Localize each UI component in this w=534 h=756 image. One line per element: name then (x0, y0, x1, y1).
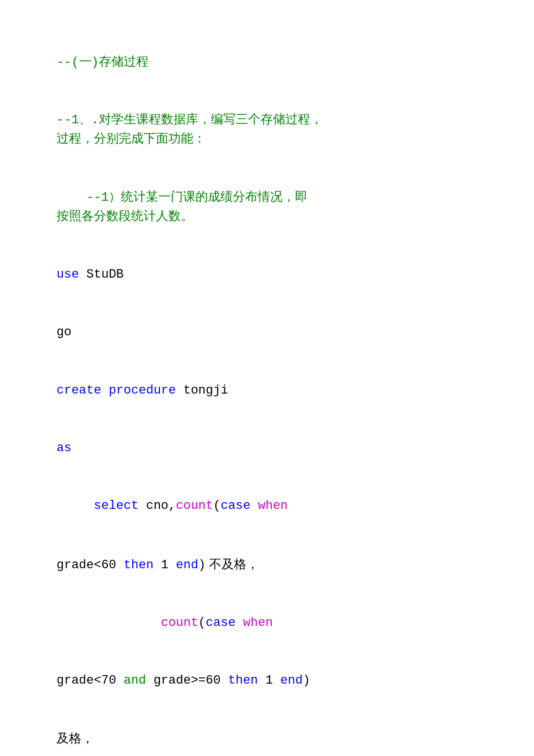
keyword-count1: count (176, 499, 213, 513)
text-grade70-cond2: grade>=60 (146, 673, 228, 688)
text-grade70-cond: grade<70 (57, 673, 124, 688)
keyword-end1: end (176, 558, 198, 572)
text-tongji: tongji (176, 383, 228, 398)
label-bujige: 不及格， (206, 557, 259, 571)
keyword-count2: count (161, 616, 198, 630)
keyword-select: select (94, 499, 138, 513)
label-jige: 及格， (57, 731, 94, 745)
text-indent1 (57, 499, 94, 513)
keyword-case1: case (220, 499, 250, 513)
text-cno: cno, (138, 499, 176, 513)
code-container: --(一)存储过程 --1、.对学生课程数据库，编写三个存储过程，过程，分别完成… (57, 34, 500, 756)
keyword-then1: then (124, 558, 154, 572)
text-sp2 (236, 616, 243, 630)
text-grade60: grade<60 (57, 558, 124, 572)
comment-3: --1）统计某一门课的成绩分布情况，即按照各分数段统计人数。 (57, 191, 307, 224)
text-1-end1: 1 (154, 558, 176, 572)
text-paren1: ( (213, 499, 220, 513)
text-close1: ) (198, 558, 206, 572)
keyword-as: as (57, 441, 71, 455)
keyword-create: create procedure (57, 383, 176, 398)
text-go-1: go (57, 325, 71, 339)
text-space1 (250, 499, 258, 513)
keyword-use: use (57, 267, 79, 282)
text-studb: StuDB (79, 267, 124, 282)
comment-2: --1、.对学生课程数据库，编写三个存储过程，过程，分别完成下面功能： (57, 113, 323, 146)
comment-1: --(一)存储过程 (57, 55, 149, 70)
text-indent2 (57, 616, 161, 630)
text-paren2a: ( (198, 616, 206, 630)
keyword-case2: case (206, 616, 236, 630)
keyword-when2: when (243, 616, 273, 630)
keyword-and1: and (124, 673, 146, 688)
keyword-when1: when (258, 499, 288, 513)
text-1-end2: 1 (258, 673, 280, 688)
keyword-end2: end (280, 673, 303, 688)
keyword-then2: then (228, 673, 258, 688)
text-close2: ) (303, 673, 310, 688)
